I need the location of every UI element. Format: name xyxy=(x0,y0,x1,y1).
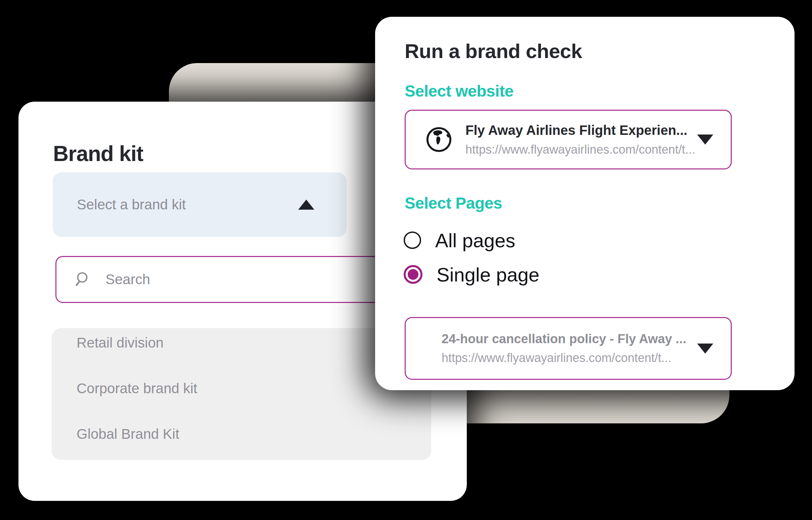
radio-all-pages[interactable]: All pages xyxy=(404,230,515,250)
single-page-dropdown-title: 24-hour cancellation policy - Fly Away .… xyxy=(442,332,686,346)
brand-kit-title: Brand kit xyxy=(53,141,143,166)
website-dropdown[interactable]: Fly Away Airlines Flight Experien... htt… xyxy=(405,110,732,170)
single-page-dropdown[interactable]: 24-hour cancellation policy - Fly Away .… xyxy=(405,317,732,380)
background: Brand kit Select a brand kit Retail divi… xyxy=(0,0,812,520)
brand-kit-selector-label: Select a brand kit xyxy=(77,197,186,213)
single-page-dropdown-url: https://www.flyawayairlines.com/content/… xyxy=(442,351,686,365)
chevron-down-icon xyxy=(697,134,713,145)
radio-single-page-circle[interactable] xyxy=(404,265,422,284)
chevron-down-icon xyxy=(697,343,713,354)
globe-icon xyxy=(426,127,452,153)
select-pages-label: Select Pages xyxy=(405,194,502,212)
chevron-up-icon xyxy=(298,200,314,210)
brand-check-panel: Run a brand check Select website Fly Awa… xyxy=(375,17,794,390)
search-input[interactable] xyxy=(105,271,417,288)
brand-kit-list: Retail division Corporate brand kit Glob… xyxy=(52,328,431,460)
list-item-retail-division[interactable]: Retail division xyxy=(52,320,431,366)
website-dropdown-title: Fly Away Airlines Flight Experien... xyxy=(465,123,695,138)
brand-kit-selector[interactable]: Select a brand kit xyxy=(53,173,347,237)
radio-single-page[interactable]: Single page xyxy=(404,264,539,285)
radio-all-pages-label: All pages xyxy=(435,229,515,252)
list-item-global-brand-kit[interactable]: Global Brand Kit xyxy=(52,411,431,457)
list-item-corporate-brand-kit[interactable]: Corporate brand kit xyxy=(52,366,431,411)
select-website-label: Select website xyxy=(405,82,514,100)
website-dropdown-url: https://www.flyawayairlines.com/content/… xyxy=(465,142,695,157)
radio-all-pages-circle[interactable] xyxy=(404,232,421,249)
search-icon xyxy=(75,271,92,288)
brand-check-title: Run a brand check xyxy=(405,40,582,63)
radio-single-page-label: Single page xyxy=(437,263,539,286)
